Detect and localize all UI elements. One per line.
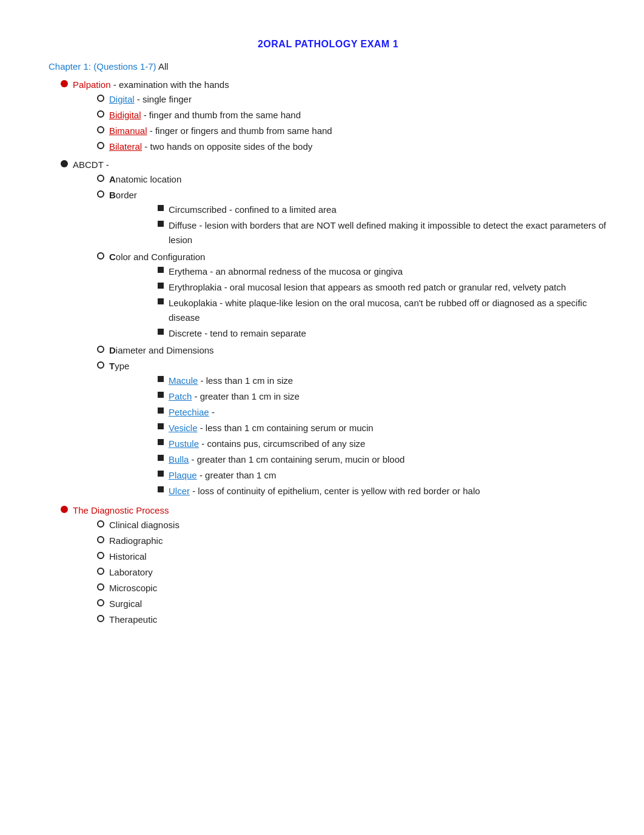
list-item: Therapeutic: [97, 612, 608, 627]
laboratory: Laboratory: [109, 565, 608, 580]
term-plaque: Plaque: [169, 470, 197, 480]
clinical-diagnosis: Clinical diagnosis: [109, 518, 608, 532]
term-ulcer: Ulcer: [169, 486, 190, 496]
chapter-label: Chapter 1:: [49, 61, 91, 72]
bullet-open-circle: [97, 142, 104, 149]
term-bilateral: Bilateral: [109, 141, 142, 152]
chapter-questions: (Questions 1-7): [93, 61, 156, 72]
list-item: Bidigital - finger and thumb from the sa…: [97, 108, 608, 122]
bullet-filled-square: [158, 329, 164, 335]
term-pustule: Pustule: [169, 438, 199, 449]
term-patch: Patch: [169, 391, 192, 401]
chapter-suffix: All: [158, 61, 169, 72]
list-item: Radiographic: [97, 534, 608, 548]
bullet-open-circle: [97, 583, 104, 591]
list-item: Palpation - examination with the hands D…: [61, 78, 608, 155]
bullet-open-circle: [97, 361, 104, 369]
list-item: Vesicle - less than 1 cm containing seru…: [158, 421, 608, 435]
list-item: Digital - single finger: [97, 92, 608, 107]
bullet-filled-square: [158, 392, 164, 398]
bullet-filled-square: [158, 423, 164, 429]
bullet-open-circle: [97, 615, 104, 622]
term-vesicle: Vesicle: [169, 423, 198, 433]
term-bulla: Bulla: [169, 454, 189, 464]
list-item: Border Circumscribed - confined to a lim…: [97, 188, 608, 249]
bullet-filled-circle: [61, 80, 68, 87]
list-item: Microscopic: [97, 581, 608, 595]
list-item: Clinical diagnosis: [97, 518, 608, 532]
bullet-filled-square: [158, 267, 164, 273]
bold-letter-a: A: [109, 174, 116, 184]
bullet-filled-square: [158, 376, 164, 382]
diffuse-text: Diffuse - lesion with borders that are N…: [169, 220, 606, 245]
bold-letter-c: C: [109, 252, 116, 262]
term-diagnostic-process: The Diagnostic Process: [73, 505, 169, 515]
bullet-open-circle: [97, 568, 104, 575]
list-item: Bimanual - finger or fingers and thumb f…: [97, 124, 608, 138]
list-item: Laboratory: [97, 565, 608, 580]
list-item: Anatomic location: [97, 172, 608, 187]
microscopic: Microscopic: [109, 581, 608, 595]
list-item: Patch - greater than 1 cm in size: [158, 389, 608, 404]
term-digital: Digital: [109, 94, 135, 104]
radiographic: Radiographic: [109, 534, 608, 548]
list-item: Bilateral - two hands on opposite sides …: [97, 139, 608, 154]
historical: Historical: [109, 549, 608, 564]
list-item: Diffuse - lesion with borders that are N…: [158, 218, 608, 247]
chapter-heading: Chapter 1: (Questions 1-7) All: [49, 59, 608, 74]
bullet-filled-square: [158, 471, 164, 477]
bullet-open-circle: [97, 552, 104, 559]
list-item: Plaque - greater than 1 cm: [158, 468, 608, 483]
list-item: Circumscribed - confined to a limited ar…: [158, 203, 608, 217]
term-macule: Macule: [169, 375, 198, 386]
bullet-open-circle: [97, 175, 104, 182]
circumscribed-text: Circumscribed - confined to a limited ar…: [169, 204, 337, 215]
list-item: The Diagnostic Process Clinical diagnosi…: [61, 503, 608, 628]
surgical: Surgical: [109, 597, 608, 611]
bullet-filled-square: [158, 486, 164, 492]
bullet-filled-square: [158, 439, 164, 445]
list-item: Macule - less than 1 cm in size: [158, 374, 608, 388]
list-item: Historical: [97, 549, 608, 564]
term-abcdt: ABCDT -: [73, 159, 109, 170]
bullet-filled-square: [158, 407, 164, 414]
term-bimanual: Bimanual: [109, 126, 147, 136]
list-item: Erythroplakia - oral mucosal lesion that…: [158, 280, 608, 295]
bullet-open-circle: [97, 346, 104, 353]
bullet-open-circle: [97, 110, 104, 118]
bold-letter-d: D: [109, 345, 116, 355]
erythema-text: Erythema - an abnormal redness of the mu…: [169, 266, 403, 277]
leukoplakia-text: Leukoplakia - white plaque-like lesion o…: [169, 298, 587, 323]
list-item: ABCDT - Anatomic location Border Circums…: [61, 158, 608, 501]
therapeutic: Therapeutic: [109, 612, 608, 627]
page-title: 2ORAL PATHOLOGY EXAM 1: [49, 36, 608, 52]
discrete-text: Discrete - tend to remain separate: [169, 328, 306, 338]
bullet-open-circle: [97, 190, 104, 198]
palpation-desc: - examination with the hands: [111, 79, 229, 90]
list-item: Type Macule - less than 1 cm in size Pat…: [97, 359, 608, 500]
bullet-open-circle: [97, 126, 104, 133]
bold-letter-t: T: [109, 361, 115, 371]
list-item: Erythema - an abnormal redness of the mu…: [158, 264, 608, 279]
bullet-open-circle: [97, 252, 104, 260]
list-item: Bulla - greater than 1 cm containing ser…: [158, 452, 608, 467]
bullet-filled-circle: [61, 160, 68, 167]
bullet-open-circle: [97, 599, 104, 606]
bullet-open-circle: [97, 536, 104, 543]
list-item: Ulcer - loss of continuity of epithelium…: [158, 484, 608, 498]
page-container: 2ORAL PATHOLOGY EXAM 1 Chapter 1: (Quest…: [49, 36, 608, 628]
bullet-filled-square: [158, 283, 164, 289]
bullet-filled-square: [158, 455, 164, 461]
list-item: Leukoplakia - white plaque-like lesion o…: [158, 296, 608, 325]
list-item: Petechiae -: [158, 405, 608, 420]
bold-letter-b: B: [109, 190, 116, 200]
term-palpation: Palpation: [73, 79, 111, 90]
list-item: Discrete - tend to remain separate: [158, 326, 608, 341]
list-item: Surgical: [97, 597, 608, 611]
bullet-filled-square: [158, 221, 164, 227]
term-bidigital: Bidigital: [109, 110, 141, 120]
bullet-filled-circle: [61, 506, 68, 513]
list-item: Pustule - contains pus, circumscribed of…: [158, 437, 608, 451]
bullet-open-circle: [97, 520, 104, 528]
list-item: Color and Configuration Erythema - an ab…: [97, 250, 608, 342]
